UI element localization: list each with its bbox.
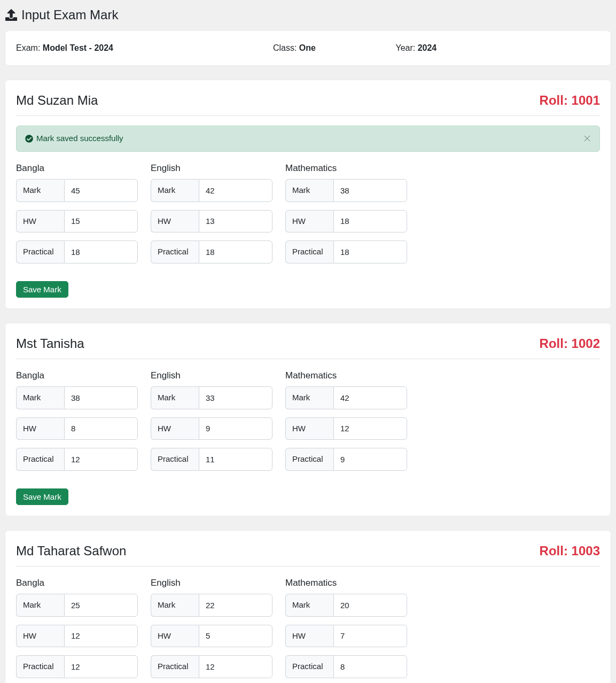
separator [16,115,600,116]
student-card: Md Suzan Mia Roll: 1001 Mark saved succe… [5,80,611,308]
student-header: Md Taharat Safwon Roll: 1003 [16,541,600,561]
mark-input[interactable] [333,594,407,617]
mark-input-group: Mark [16,179,138,202]
subject-column: Mathematics Mark HW Practical [285,576,407,684]
mark-input-group: Mark [151,179,272,202]
student-header: Mst Tanisha Roll: 1002 [16,334,600,353]
practical-label: Practical [16,655,64,678]
save-mark-button[interactable]: Save Mark [16,488,68,505]
student-header: Md Suzan Mia Roll: 1001 [16,91,600,110]
student-name: Md Suzan Mia [16,91,98,110]
mark-label: Mark [16,386,64,409]
mark-input[interactable] [64,594,138,617]
subject-column: Bangla Mark HW Practical [16,369,138,479]
student-roll: Roll: 1003 [540,541,600,561]
hw-input[interactable] [333,417,407,440]
practical-input[interactable] [64,240,138,263]
hw-input[interactable] [199,210,272,233]
practical-label: Practical [285,655,333,678]
hw-input[interactable] [199,417,272,440]
mark-input-group: Mark [16,386,138,409]
subject-title: Bangla [16,369,138,383]
practical-input-group: Practical [285,655,407,678]
practical-input[interactable] [64,655,138,678]
mark-label: Mark [16,179,64,202]
hw-input-group: HW [151,417,272,440]
hw-label: HW [16,210,64,233]
mark-input-group: Mark [16,594,138,617]
practical-input[interactable] [64,448,138,471]
mark-label: Mark [151,179,199,202]
practical-label: Practical [151,240,199,263]
hw-input-group: HW [16,417,138,440]
class-label: Class: [273,43,299,52]
hw-input-group: HW [285,625,407,648]
alert-message: Mark saved successfully [36,133,123,145]
hw-label: HW [151,417,199,440]
mark-input[interactable] [64,386,138,409]
page-title: Input Exam Mark [21,5,118,25]
practical-input[interactable] [333,240,407,263]
practical-input-group: Practical [151,448,272,471]
hw-label: HW [16,417,64,440]
practical-label: Practical [151,448,199,471]
exam-info-year: Year: 2024 [395,42,600,55]
practical-input[interactable] [333,655,407,678]
mark-input[interactable] [199,179,272,202]
student-name: Mst Tanisha [16,334,84,353]
check-circle-icon [25,135,33,143]
save-mark-button[interactable]: Save Mark [16,281,68,298]
hw-input-group: HW [151,210,272,233]
page-header: Input Exam Mark [5,5,611,25]
subject-column: Mathematics Mark HW Practical [285,369,407,479]
hw-input[interactable] [199,625,272,648]
hw-input[interactable] [333,625,407,648]
subject-title: English [151,161,272,175]
mark-input[interactable] [64,179,138,202]
alert-close-button[interactable] [581,133,593,144]
practical-input-group: Practical [285,240,407,263]
practical-input[interactable] [333,448,407,471]
close-icon [583,135,591,142]
subject-column: Bangla Mark HW Practical [16,576,138,684]
practical-input[interactable] [199,240,272,263]
subject-title: Mathematics [285,369,407,383]
hw-input[interactable] [64,625,138,648]
mark-input[interactable] [199,386,272,409]
practical-input-group: Practical [16,655,138,678]
class-value: One [299,43,316,52]
hw-input[interactable] [333,210,407,233]
subjects-row: Bangla Mark HW Practical English Mark HW… [16,576,600,684]
hw-label: HW [151,210,199,233]
student-card: Mst Tanisha Roll: 1002 Bangla Mark HW Pr… [5,323,611,516]
practical-input-group: Practical [16,448,138,471]
subject-title: English [151,369,272,383]
practical-input-group: Practical [16,240,138,263]
hw-label: HW [16,625,64,648]
subject-title: Bangla [16,576,138,590]
hw-input[interactable] [64,417,138,440]
mark-label: Mark [151,386,199,409]
exam-info-card: Exam: Model Test - 2024 Class: One Year:… [5,31,611,65]
exam-info-class: Class: One [273,42,396,55]
practical-input[interactable] [199,655,272,678]
mark-input-group: Mark [285,179,407,202]
student-roll: Roll: 1002 [540,334,600,353]
subject-column: Bangla Mark HW Practical [16,161,138,271]
mark-input[interactable] [199,594,272,617]
mark-label: Mark [151,594,199,617]
mark-input-group: Mark [285,594,407,617]
separator [16,359,600,359]
mark-input[interactable] [333,179,407,202]
mark-input[interactable] [333,386,407,409]
student-card: Md Taharat Safwon Roll: 1003 Bangla Mark… [5,531,611,684]
mark-label: Mark [285,179,333,202]
subject-column: English Mark HW Practical [151,576,272,684]
hw-input-group: HW [285,210,407,233]
exam-info-exam: Exam: Model Test - 2024 [16,42,273,55]
practical-input-group: Practical [151,240,272,263]
mark-label: Mark [285,594,333,617]
separator [16,566,600,566]
practical-input[interactable] [199,448,272,471]
hw-input[interactable] [64,210,138,233]
